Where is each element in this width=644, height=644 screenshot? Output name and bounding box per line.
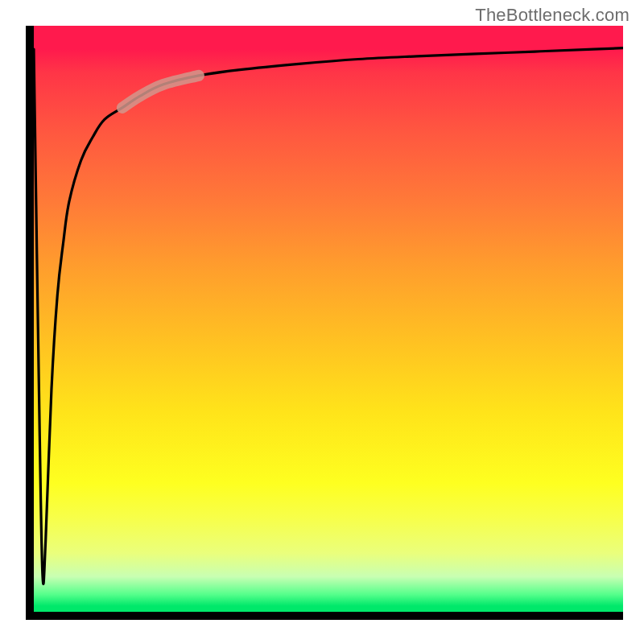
chart-plot-area — [34, 26, 623, 612]
bottleneck-curve — [34, 48, 623, 584]
chart-frame: TheBottleneck.com — [0, 0, 644, 644]
y-axis — [26, 26, 34, 620]
x-axis — [26, 612, 623, 620]
highlight-segment — [122, 76, 199, 108]
watermark-text: TheBottleneck.com — [475, 5, 630, 26]
